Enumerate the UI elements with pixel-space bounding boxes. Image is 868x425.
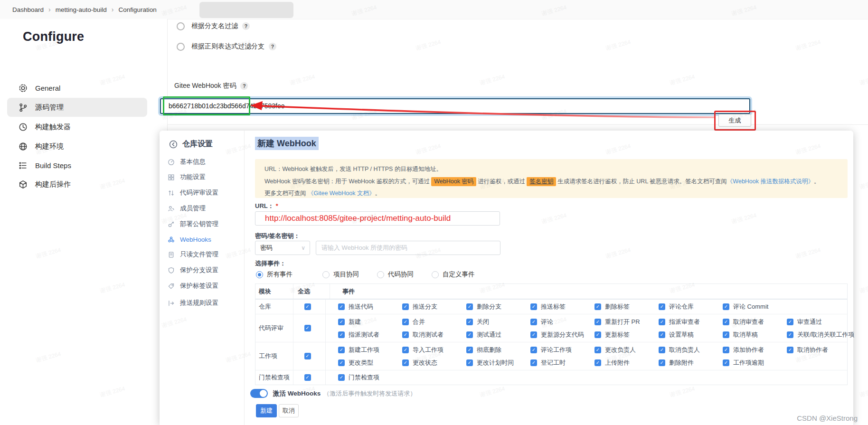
event-item: ✓评论 Commit xyxy=(723,302,787,311)
event-checkbox[interactable]: ✓ xyxy=(594,331,601,338)
nav-item-基本信息[interactable]: 基本信息 xyxy=(167,155,241,169)
info-link[interactable]: 《WebHook 推送数据格式说明》 xyxy=(727,178,814,185)
sidebar-item-Build Steps[interactable]: Build Steps xyxy=(7,156,147,175)
activate-toggle[interactable] xyxy=(250,389,268,398)
event-checkbox[interactable]: ✓ xyxy=(338,374,345,381)
event-checkbox[interactable]: ✓ xyxy=(530,331,537,338)
event-checkbox[interactable]: ✓ xyxy=(723,303,729,310)
event-checkbox[interactable]: ✓ xyxy=(338,331,345,338)
nav-item-代码评审设置[interactable]: 代码评审设置 xyxy=(167,186,241,200)
branch-filter-radio[interactable]: 根据正则表达式过滤分支? xyxy=(177,42,276,51)
event-checkbox[interactable]: ✓ xyxy=(402,303,409,310)
event-checkbox[interactable]: ✓ xyxy=(338,359,345,366)
radio-label: 自定义事件 xyxy=(443,270,475,279)
module-label: 工作项 xyxy=(259,352,277,360)
breadcrumb-item[interactable]: Configuration xyxy=(118,6,156,13)
event-checkbox[interactable]: ✓ xyxy=(530,303,537,310)
event-label: 删除附件 xyxy=(669,359,694,367)
event-checkbox[interactable]: ✓ xyxy=(402,347,409,353)
event-checkbox[interactable]: ✓ xyxy=(594,319,601,325)
nav-item-WebHooks[interactable]: WebHooks xyxy=(167,232,241,246)
event-checkbox[interactable]: ✓ xyxy=(530,319,537,325)
event-checkbox[interactable]: ✓ xyxy=(466,303,473,310)
event-item: ✓取消审查者 xyxy=(723,318,787,326)
event-checkbox[interactable]: ✓ xyxy=(594,347,601,353)
event-checkbox[interactable]: ✓ xyxy=(787,331,793,338)
repo-settings-header[interactable]: 仓库设置 xyxy=(169,139,213,149)
event-checkbox[interactable]: ✓ xyxy=(594,303,601,310)
watermark: 谢强 2264 xyxy=(479,73,506,87)
event-scope-radio-代码协同[interactable]: 代码协同 xyxy=(377,270,414,279)
event-checkbox[interactable]: ✓ xyxy=(402,319,409,325)
chevron-down-icon: ∨ xyxy=(301,245,310,251)
sidebar-item-构建环境[interactable]: 构建环境 xyxy=(7,137,147,156)
nav-item-部署公钥管理[interactable]: 部署公钥管理 xyxy=(167,217,241,231)
event-label: 彻底删除 xyxy=(477,346,501,354)
help-icon[interactable]: ? xyxy=(240,82,248,90)
event-checkbox[interactable]: ✓ xyxy=(723,331,729,338)
secret-type-select[interactable]: 密码 ∨ xyxy=(255,241,310,255)
event-checkbox[interactable]: ✓ xyxy=(659,303,665,310)
event-checkbox[interactable]: ✓ xyxy=(466,319,473,325)
event-checkbox[interactable]: ✓ xyxy=(402,331,409,338)
event-label: 删除标签 xyxy=(605,302,630,311)
event-checkbox[interactable]: ✓ xyxy=(530,347,537,353)
sidebar-item-构建触发器[interactable]: 构建触发器 xyxy=(7,117,147,136)
event-checkbox[interactable]: ✓ xyxy=(338,303,345,310)
event-checkbox[interactable]: ✓ xyxy=(659,319,665,325)
event-item: ✓新建 xyxy=(338,318,402,326)
secret-value-input[interactable]: 请输入 WebHook 所使用的密码 xyxy=(316,241,500,255)
sidebar-item-构建后操作[interactable]: 构建后操作 xyxy=(7,175,147,194)
event-checkbox[interactable]: ✓ xyxy=(466,359,473,366)
sidebar-item-General[interactable]: General xyxy=(7,78,147,97)
breadcrumb-item[interactable]: Dashboard xyxy=(12,6,44,13)
cancel-button[interactable]: 取消 xyxy=(279,404,299,417)
info-link[interactable]: 《Gitee WebHook 文档》 xyxy=(308,190,375,197)
help-icon[interactable]: ? xyxy=(269,43,276,50)
generate-button[interactable]: 生成 xyxy=(718,114,751,127)
select-all-checkbox[interactable]: ✓ xyxy=(304,303,311,310)
nav-item-label: 保护标签设置 xyxy=(180,282,218,290)
event-checkbox[interactable]: ✓ xyxy=(338,319,345,325)
sidebar-item-label: 构建后操作 xyxy=(35,180,71,189)
nav-item-功能设置[interactable]: 功能设置 xyxy=(167,170,241,184)
event-scope-radio-项目协同[interactable]: 项目协同 xyxy=(322,270,359,279)
event-checkbox[interactable]: ✓ xyxy=(723,359,729,366)
event-checkbox[interactable]: ✓ xyxy=(659,359,665,366)
watermark: 谢强 2264 xyxy=(669,73,696,87)
nav-item-保护分支设置[interactable]: 保护分支设置 xyxy=(167,263,241,277)
sidebar-item-源码管理[interactable]: 源码管理 xyxy=(7,98,147,117)
event-checkbox[interactable]: ✓ xyxy=(787,347,793,353)
event-checkbox[interactable]: ✓ xyxy=(723,347,729,353)
event-label: 更改类型 xyxy=(349,359,373,367)
event-checkbox[interactable]: ✓ xyxy=(466,331,473,338)
event-checkbox[interactable]: ✓ xyxy=(338,347,345,353)
header-events: 事件 xyxy=(330,284,847,299)
event-scope-radio-自定义事件[interactable]: 自定义事件 xyxy=(432,270,475,279)
event-checkbox[interactable]: ✓ xyxy=(659,347,665,353)
event-checkbox[interactable]: ✓ xyxy=(659,331,665,338)
breadcrumb-item[interactable]: metting-auto-build xyxy=(56,6,107,13)
event-checkbox[interactable]: ✓ xyxy=(402,359,409,366)
event-checkbox[interactable]: ✓ xyxy=(723,319,729,325)
event-checkbox[interactable]: ✓ xyxy=(787,319,793,325)
event-scope-radio-所有事件[interactable]: 所有事件 xyxy=(256,270,292,279)
event-checkbox[interactable]: ✓ xyxy=(530,359,537,366)
sidebar-item-label: Build Steps xyxy=(35,161,71,170)
create-button[interactable]: 新建 xyxy=(256,404,277,417)
help-icon[interactable]: ? xyxy=(242,22,250,30)
branch-filter-radio[interactable]: 根据分支名过滤? xyxy=(177,22,250,30)
select-all-checkbox[interactable]: ✓ xyxy=(304,353,311,359)
event-item: ✓评论 xyxy=(530,318,594,326)
nav-item-只读文件管理[interactable]: 只读文件管理 xyxy=(167,247,241,262)
table-row: 门禁检查项✓✓门禁检查项 xyxy=(255,370,847,385)
select-all-checkbox[interactable]: ✓ xyxy=(304,374,311,381)
event-checkbox[interactable]: ✓ xyxy=(594,359,601,366)
nav-item-推送规则设置[interactable]: 推送规则设置 xyxy=(167,296,241,310)
nav-item-保护标签设置[interactable]: 保护标签设置 xyxy=(167,279,241,293)
select-all-checkbox[interactable]: ✓ xyxy=(304,325,311,331)
url-input[interactable]: http://localhost:8085/gitee-project/mett… xyxy=(255,211,500,226)
event-item: ✓门禁检查项 xyxy=(338,373,402,382)
event-checkbox[interactable]: ✓ xyxy=(466,347,473,353)
nav-item-成员管理[interactable]: 成员管理 xyxy=(167,201,241,216)
